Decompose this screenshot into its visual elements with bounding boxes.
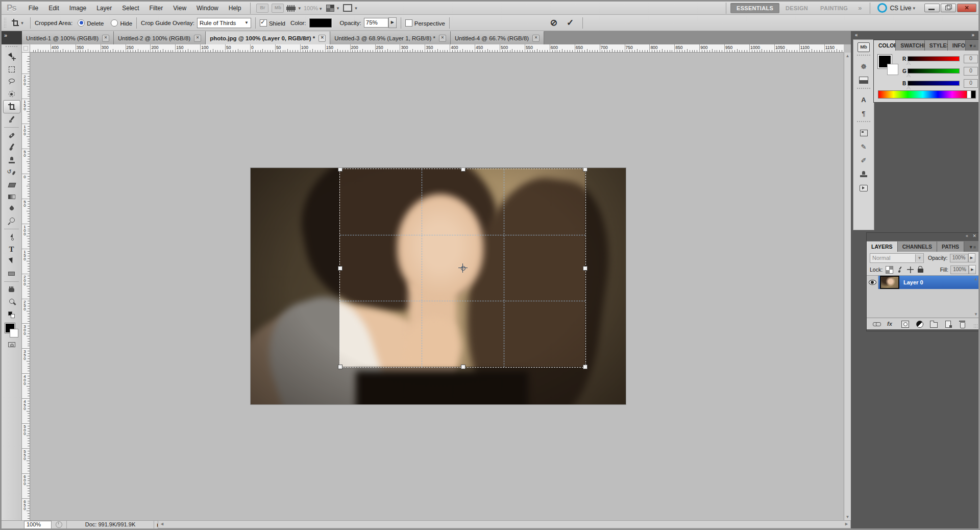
kuler-panel-button[interactable]: ☸ [855, 60, 872, 73]
menu-file[interactable]: File [23, 3, 43, 14]
crop-handle-right[interactable] [583, 266, 587, 271]
eraser-tool[interactable] [4, 178, 20, 190]
blue-value-input[interactable]: 0 [964, 79, 978, 88]
horizontal-scrollbar[interactable]: ◄ ► [158, 520, 851, 528]
tab-info[interactable]: INFO [948, 40, 966, 51]
zoom-tool[interactable] [4, 296, 20, 308]
tab-channels[interactable]: CHANNELS [898, 242, 937, 252]
link-layers-icon[interactable] [873, 321, 880, 327]
rectangular-marquee-tool[interactable] [4, 63, 20, 76]
layer-row[interactable]: Layer 0 [867, 276, 979, 289]
commit-crop-button[interactable]: ✓ [562, 17, 578, 28]
adjustment-layer-icon[interactable] [916, 321, 923, 327]
workspace-painting-button[interactable]: PAINTING [814, 3, 854, 13]
crop-guide-overlay-select[interactable]: Rule of Thirds▼ [197, 18, 251, 28]
canvas-area[interactable] [30, 53, 844, 520]
view-extras-button[interactable] [285, 4, 301, 11]
lock-transparency-icon[interactable] [886, 266, 893, 274]
blur-tool[interactable] [4, 203, 20, 215]
arrange-documents-button[interactable] [325, 4, 339, 12]
cancel-crop-button[interactable]: ⊘ [546, 17, 562, 28]
crop-handle-top-left[interactable] [338, 168, 342, 172]
vertical-scrollbar[interactable]: ▲ ▼ [844, 53, 851, 520]
crop-handle-top-right[interactable] [583, 168, 587, 172]
crop-handle-top[interactable] [461, 168, 465, 172]
blue-slider[interactable] [908, 81, 960, 86]
background-color-swatch[interactable] [10, 329, 18, 338]
menu-view[interactable]: View [168, 3, 191, 14]
scroll-up-icon[interactable]: ▲ [974, 277, 978, 281]
menu-window[interactable]: Window [191, 3, 224, 14]
horizontal-ruler[interactable]: 4003503002502001501005005010015020025030… [30, 44, 844, 53]
workspace-essentials-button[interactable]: ESSENTIALS [730, 3, 779, 13]
history-brush-tool[interactable] [4, 166, 20, 178]
toolbar-collapse-button[interactable]: » [2, 31, 22, 44]
panel-menu-icon[interactable]: ▼≡ [966, 41, 979, 51]
cropped-area-delete-radio[interactable]: Delete [78, 19, 104, 27]
scroll-down-icon[interactable]: ▼ [844, 515, 851, 519]
layer-fill-input[interactable]: 100% [950, 266, 969, 274]
close-tab-icon[interactable]: ✕ [102, 35, 109, 42]
shield-color-swatch[interactable] [309, 18, 332, 28]
close-tab-icon[interactable]: ✕ [439, 35, 446, 42]
status-zoom-input[interactable]: 100% [24, 521, 52, 529]
collapse-panel-icon[interactable]: « [966, 233, 968, 238]
slider-thumb[interactable] [906, 72, 911, 77]
expand-panels-icon[interactable]: » [971, 32, 974, 38]
brush-presets-panel-button[interactable]: ✐ [855, 154, 872, 167]
tab-untitled-1[interactable]: Untitled-1 @ 100% (RGB/8) ✕ [22, 31, 114, 44]
paragraph-panel-button[interactable]: ¶ [855, 107, 872, 120]
slider-thumb[interactable] [906, 84, 911, 89]
close-button[interactable]: ✕ [957, 4, 976, 12]
layer-comps-panel-button[interactable] [855, 126, 872, 139]
collapse-panels-icon[interactable]: « [855, 32, 858, 38]
launch-bridge-button[interactable]: Br [256, 4, 268, 13]
cs-live-button[interactable]: CS Live [877, 3, 915, 13]
perspective-checkbox[interactable]: Perspective [405, 19, 445, 27]
close-tab-icon[interactable]: ✕ [194, 35, 201, 42]
opacity-input[interactable]: 75% [364, 18, 388, 28]
red-value-input[interactable]: 0 [964, 55, 978, 63]
mini-bridge-panel-button[interactable]: Mb [855, 40, 872, 54]
vertical-ruler[interactable]: 2001501005005010015020025030035040045050… [22, 53, 30, 520]
green-slider[interactable] [908, 68, 960, 74]
crop-handle-bottom-right[interactable] [583, 365, 587, 369]
menu-filter[interactable]: Filter [144, 3, 168, 14]
menu-edit[interactable]: Edit [43, 3, 64, 14]
black-swatch[interactable] [971, 90, 976, 99]
photo-document[interactable] [251, 168, 626, 404]
tab-paths[interactable]: PATHS [937, 242, 964, 252]
workspace-overflow-button[interactable]: » [854, 4, 866, 12]
scroll-left-icon[interactable]: ◄ [160, 521, 164, 526]
crop-center-target-icon[interactable] [458, 263, 468, 273]
menu-help[interactable]: Help [224, 3, 247, 14]
lasso-tool[interactable] [4, 76, 20, 88]
launch-mini-bridge-button[interactable]: Mb [272, 4, 284, 13]
zoom-level-dropdown[interactable]: 100% [304, 5, 322, 11]
layer-thumbnail[interactable] [880, 276, 899, 289]
options-grip[interactable] [4, 17, 7, 29]
menu-layer[interactable]: Layer [91, 3, 117, 14]
quick-selection-tool[interactable] [4, 88, 20, 100]
brush-tool[interactable] [4, 141, 20, 154]
pen-tool[interactable] [4, 231, 20, 243]
shield-checkbox[interactable]: Shield [260, 19, 285, 27]
add-layer-mask-icon[interactable] [901, 321, 909, 327]
clone-source-panel-button[interactable] [855, 167, 872, 181]
tab-photo-jpg[interactable]: photo.jpg @ 100% (Layer 0, RGB/8#) * ✕ [206, 31, 330, 44]
layer-style-fx-icon[interactable]: fx [887, 321, 895, 327]
path-selection-tool[interactable] [4, 255, 20, 268]
crop-selection[interactable] [339, 168, 586, 368]
dodge-tool[interactable] [4, 215, 20, 227]
rectangle-tool[interactable] [4, 268, 20, 280]
workspace-design-button[interactable]: DESIGN [779, 3, 814, 13]
scroll-right-icon[interactable]: ► [844, 521, 849, 526]
tab-untitled-4[interactable]: Untitled-4 @ 66.7% (RGB/8) ✕ [451, 31, 544, 44]
opacity-slider-button[interactable]: ▶ [388, 17, 397, 28]
quick-mask-button[interactable] [4, 339, 20, 351]
layer-visibility-toggle[interactable] [867, 276, 878, 289]
histogram-panel-button[interactable] [855, 74, 872, 87]
crop-handle-left[interactable] [338, 266, 342, 271]
background-color-swatch[interactable] [887, 64, 898, 75]
crop-handle-bottom-left[interactable] [338, 365, 342, 369]
